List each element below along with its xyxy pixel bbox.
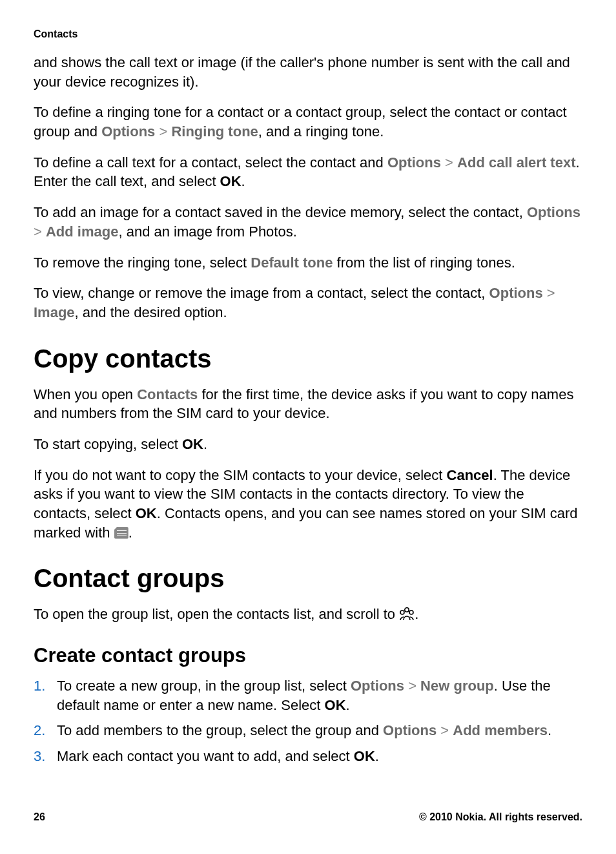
separator: > xyxy=(441,154,457,171)
menu-options: Options xyxy=(387,154,441,171)
separator: > xyxy=(155,123,171,140)
heading-copy-contacts: Copy contacts xyxy=(34,344,582,373)
key-ok: OK xyxy=(136,505,157,521)
text: , and a ringing tone. xyxy=(258,123,384,140)
separator: > xyxy=(404,678,420,694)
menu-add-call-alert: Add call alert text xyxy=(457,154,575,171)
paragraph-image-options: To view, change or remove the image from… xyxy=(34,284,582,322)
menu-options: Options xyxy=(527,204,580,220)
section-label: Contacts xyxy=(34,28,582,40)
text: from the list of ringing tones. xyxy=(333,255,515,271)
menu-image: Image xyxy=(34,304,75,320)
key-ok: OK xyxy=(325,697,346,713)
paragraph-open-groups: To open the group list, open the contact… xyxy=(34,605,582,626)
paragraph-copy-start: To start copying, select OK. xyxy=(34,435,582,454)
page-footer: 26 © 2010 Nokia. All rights reserved. xyxy=(34,811,582,823)
text: When you open xyxy=(34,386,137,402)
groups-icon xyxy=(399,607,415,626)
list-item: Mark each contact you want to add, and s… xyxy=(34,747,582,766)
text: . xyxy=(241,173,245,189)
heading-contact-groups: Contact groups xyxy=(34,564,582,593)
key-cancel: Cancel xyxy=(447,467,493,483)
text: To create a new group, in the group list… xyxy=(57,678,351,694)
heading-create-groups: Create contact groups xyxy=(34,644,582,667)
copyright: © 2010 Nokia. All rights reserved. xyxy=(419,811,582,823)
text: , and the desired option. xyxy=(75,304,227,320)
svg-point-1 xyxy=(400,610,404,614)
svg-point-0 xyxy=(405,608,409,612)
text: Mark each contact you want to add, and s… xyxy=(57,748,354,764)
menu-options: Options xyxy=(383,722,436,738)
text: . xyxy=(203,436,207,452)
separator: > xyxy=(543,285,555,301)
menu-add-image: Add image xyxy=(46,224,118,240)
text: . xyxy=(375,748,379,764)
svg-point-2 xyxy=(409,610,413,614)
page-number: 26 xyxy=(34,811,45,823)
sim-icon xyxy=(114,527,128,539)
app-contacts: Contacts xyxy=(137,386,198,402)
text: If you do not want to copy the SIM conta… xyxy=(34,467,447,483)
text: To remove the ringing tone, select xyxy=(34,255,251,271)
menu-default-tone: Default tone xyxy=(251,255,333,271)
list-item: To create a new group, in the group list… xyxy=(34,676,582,714)
menu-options: Options xyxy=(351,678,404,694)
text: . xyxy=(415,606,418,622)
text: To view, change or remove the image from… xyxy=(34,285,489,301)
menu-options: Options xyxy=(489,285,543,301)
paragraph-copy-cancel: If you do not want to copy the SIM conta… xyxy=(34,466,582,543)
text: To add an image for a contact saved in t… xyxy=(34,204,527,220)
key-ok: OK xyxy=(354,748,375,764)
paragraph-call-text-intro: and shows the call text or image (if the… xyxy=(34,53,582,91)
menu-options: Options xyxy=(101,123,155,140)
list-item: To add members to the group, select the … xyxy=(34,721,582,740)
text: To open the group list, open the contact… xyxy=(34,606,399,622)
text: To define a call text for a contact, sel… xyxy=(34,154,387,171)
paragraph-add-image: To add an image for a contact saved in t… xyxy=(34,203,582,241)
paragraph-remove-ringing: To remove the ringing tone, select Defau… xyxy=(34,253,582,273)
menu-ringing-tone: Ringing tone xyxy=(171,123,258,140)
separator: > xyxy=(34,224,46,240)
paragraph-call-alert-text: To define a call text for a contact, sel… xyxy=(34,153,582,191)
menu-new-group: New group xyxy=(420,678,494,694)
separator: > xyxy=(436,722,453,738)
key-ok: OK xyxy=(220,173,241,189)
menu-add-members: Add members xyxy=(453,722,548,738)
text: . xyxy=(128,525,132,541)
text: , and an image from Photos. xyxy=(118,224,296,240)
create-groups-steps: To create a new group, in the group list… xyxy=(34,676,582,766)
paragraph-ringing-tone: To define a ringing tone for a contact o… xyxy=(34,103,582,141)
text: To start copying, select xyxy=(34,436,182,452)
text: To add members to the group, select the … xyxy=(57,722,383,738)
text: . xyxy=(548,722,551,738)
paragraph-copy-intro: When you open Contacts for the first tim… xyxy=(34,385,582,423)
key-ok: OK xyxy=(182,436,203,452)
text: . xyxy=(346,697,350,713)
